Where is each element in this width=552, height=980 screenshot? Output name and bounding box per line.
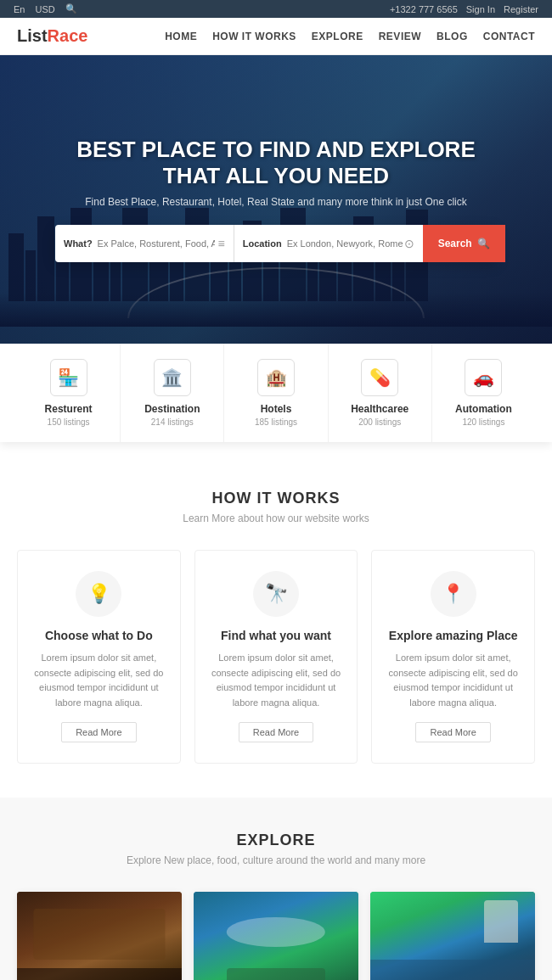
search-button[interactable]: Search 🔍 — [423, 225, 505, 262]
explore-card-2: Europa Tour 1.0 5 Ratings Form 56-1k5 De… — [370, 892, 535, 980]
search-box: What? ≡ Location ⊙ Search 🔍 — [55, 225, 497, 262]
read-more-btn-2[interactable]: Read More — [415, 722, 490, 742]
how-card-text-2: Lorem ipsum dolor sit amet, consecte adi… — [386, 651, 521, 710]
search-location-section: Location ⊙ — [234, 225, 423, 262]
nav-how-it-works[interactable]: HOW IT WORKS — [212, 31, 296, 42]
how-icon-1: 🔭 — [253, 571, 299, 617]
category-destination-count: 214 listings — [151, 417, 194, 427]
grid-icon: ≡ — [218, 237, 225, 250]
category-healthcare-name: Healthcaree — [351, 403, 408, 415]
how-card-title-2: Explore amazing Place — [386, 629, 521, 642]
category-healthcare[interactable]: 💊 Healthcaree 200 listings — [329, 344, 432, 442]
category-hotels[interactable]: 🏨 Hotels 185 listings — [224, 344, 328, 442]
how-it-works-title: HOW IT WORKS — [17, 490, 535, 507]
healthcare-icon: 💊 — [361, 359, 398, 396]
explore-card-0: Tommy Helfinger Bar 8.0 6 Ratings Form 5… — [17, 892, 182, 980]
category-restaurant-count: 150 listings — [48, 417, 90, 427]
nav-explore[interactable]: EXPLORE — [312, 31, 363, 42]
how-card-0: 💡 Choose what to Do Lorem ipsum dolor si… — [17, 550, 181, 764]
how-card-title-0: Choose what to Do — [31, 629, 166, 642]
hero-section: BEST PLACE TO FIND AND EXPLORE THAT ALL … — [0, 55, 552, 344]
automation-icon: 🚗 — [465, 359, 502, 396]
how-cards-row: 💡 Choose what to Do Lorem ipsum dolor si… — [17, 550, 535, 764]
nav-review[interactable]: REVIEW — [379, 31, 421, 42]
destination-icon: 🏛️ — [154, 359, 191, 396]
explore-title: EXPLORE — [17, 832, 535, 849]
category-automation-count: 120 listings — [462, 417, 504, 427]
category-restaurant-name: Resturent — [45, 403, 93, 415]
how-card-2: 📍 Explore amazing Place Lorem ipsum dolo… — [371, 550, 535, 764]
category-healthcare-count: 200 listings — [358, 417, 401, 427]
logo-part2: Race — [48, 26, 88, 45]
header: ListRace HOME HOW IT WORKS EXPLORE REVIE… — [0, 18, 552, 55]
logo[interactable]: ListRace — [17, 26, 87, 46]
category-destination-name: Destination — [144, 403, 200, 415]
how-card-title-1: Find what you want — [209, 629, 344, 642]
top-bar-right: +1322 777 6565 Sign In Register — [390, 4, 538, 14]
top-bar-left: En USD 🔍 — [14, 3, 77, 14]
nav-home[interactable]: HOME — [165, 31, 197, 42]
category-restaurant[interactable]: 🏪 Resturent 150 listings — [17, 344, 121, 442]
main-nav: HOME HOW IT WORKS EXPLORE REVIEW BLOG CO… — [165, 31, 535, 42]
nav-blog[interactable]: BLOG — [437, 31, 468, 42]
nav-contact[interactable]: CONTACT — [483, 31, 535, 42]
hero-content: BEST PLACE TO FIND AND EXPLORE THAT ALL … — [38, 137, 514, 262]
categories-section: 🏪 Resturent 150 listings 🏛️ Destination … — [0, 344, 552, 442]
how-card-text-1: Lorem ipsum dolor sit amet, consecte adi… — [209, 651, 344, 710]
hero-title: BEST PLACE TO FIND AND EXPLORE THAT ALL … — [55, 137, 497, 189]
location-pin-icon: ⊙ — [404, 237, 414, 250]
category-destination[interactable]: 🏛️ Destination 214 listings — [121, 344, 224, 442]
hotels-icon: 🏨 — [257, 359, 295, 396]
explore-card-2-image — [370, 892, 535, 980]
read-more-btn-1[interactable]: Read More — [239, 722, 313, 742]
category-automation[interactable]: 🚗 Automation 120 listings — [432, 344, 535, 442]
search-magnifier-icon: 🔍 — [477, 238, 490, 249]
top-bar: En USD 🔍 +1322 777 6565 Sign In Register — [0, 0, 552, 18]
explore-card-1: Swim And Dine Resort 4.8 8 Ratings Form … — [194, 892, 358, 980]
what-input[interactable] — [98, 238, 215, 249]
what-label: What? — [64, 238, 93, 249]
how-it-works-section: HOW IT WORKS Learn More about how our we… — [0, 456, 552, 798]
search-what-section: What? ≡ — [55, 225, 234, 262]
how-card-1: 🔭 Find what you want Lorem ipsum dolor s… — [194, 550, 358, 764]
explore-subtitle: Explore New place, food, culture around … — [17, 854, 535, 866]
explore-section: EXPLORE Explore New place, food, culture… — [0, 798, 552, 980]
language-selector[interactable]: En — [14, 4, 25, 14]
how-it-works-subtitle: Learn More about how our website works — [17, 512, 535, 524]
location-input[interactable] — [287, 238, 404, 249]
register-link[interactable]: Register — [504, 4, 538, 14]
category-hotels-count: 185 listings — [255, 417, 297, 427]
restaurant-icon: 🏪 — [50, 359, 87, 396]
read-more-btn-0[interactable]: Read More — [61, 722, 136, 742]
how-card-text-0: Lorem ipsum dolor sit amet, consecte adi… — [31, 651, 166, 710]
explore-card-0-image — [17, 892, 182, 980]
explore-cards-row: Tommy Helfinger Bar 8.0 6 Ratings Form 5… — [17, 892, 535, 980]
phone-number: +1322 777 6565 — [390, 4, 458, 14]
search-icon[interactable]: 🔍 — [65, 3, 77, 14]
currency-selector[interactable]: USD — [35, 4, 54, 14]
category-automation-name: Automation — [455, 403, 512, 415]
hero-subtitle: Find Best Place, Restaurant, Hotel, Real… — [55, 196, 497, 208]
explore-card-1-image — [194, 892, 358, 980]
signin-link[interactable]: Sign In — [466, 4, 495, 14]
how-icon-2: 📍 — [431, 571, 476, 617]
category-hotels-name: Hotels — [261, 403, 292, 415]
location-label: Location — [243, 238, 282, 249]
how-icon-0: 💡 — [76, 571, 121, 617]
logo-part1: List — [17, 26, 48, 45]
